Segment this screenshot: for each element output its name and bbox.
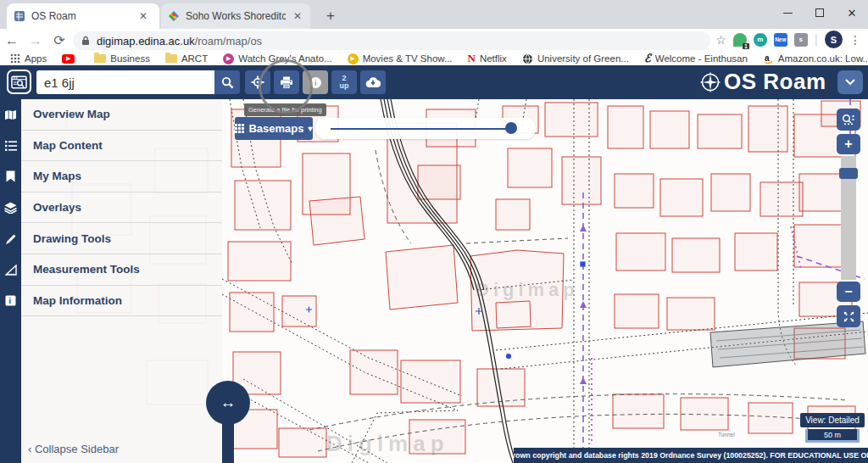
reload-button[interactable]: ⟳ <box>47 32 71 48</box>
bookmark-greys-anatomy[interactable]: ▶Watch Grey's Anato... <box>223 53 331 64</box>
map-content-icon[interactable] <box>0 131 21 162</box>
map-watermark: Digimap <box>326 431 449 456</box>
extension-m-icon[interactable]: m <box>754 33 767 47</box>
extension-new-icon[interactable]: New <box>774 33 787 47</box>
address-bar[interactable]: digimap.edina.ac.uk/roam/map/os <box>73 31 710 50</box>
url-domain: digimap.edina.ac.uk <box>97 35 195 47</box>
transparency-slider[interactable] <box>315 118 536 139</box>
tab-close-icon[interactable]: ✕ <box>292 10 303 22</box>
bookmark-label: Watch Grey's Anato... <box>238 53 331 64</box>
search-button[interactable] <box>214 70 240 94</box>
sidebar-item-overview-map[interactable]: Overview Map <box>21 99 222 131</box>
search-icon <box>221 76 234 89</box>
svg-text:i: i <box>314 79 317 87</box>
full-extent-button[interactable] <box>837 305 860 327</box>
zoom-options-button[interactable] <box>837 109 860 131</box>
drawing-tools-icon[interactable] <box>0 223 21 254</box>
sidebar-item-my-maps[interactable]: My Maps <box>21 161 222 192</box>
bookmark-university[interactable]: University of Green... <box>522 53 629 64</box>
bookmark-label: Apps <box>25 53 47 64</box>
sidebar-item-drawing-tools[interactable]: Drawing Tools <box>21 223 222 254</box>
bookmark-movies-tv[interactable]: ▶Movies & TV Show... <box>348 53 453 64</box>
map-tunnel-label: Tunnel <box>718 432 735 438</box>
profile-avatar[interactable]: S <box>825 31 843 48</box>
download-button[interactable] <box>360 70 386 94</box>
header-menu-button[interactable] <box>837 70 863 94</box>
extension-badge: 1 <box>743 43 749 49</box>
bookmark-youtube[interactable]: ▶ <box>62 54 79 64</box>
window-maximize-button[interactable] <box>804 0 836 25</box>
zoom-in-button[interactable]: + <box>837 134 860 154</box>
app-title: OS Roam <box>724 69 826 95</box>
apps-grid-icon <box>10 53 20 64</box>
tab-soho-works[interactable]: Soho Works Shoreditch - Google ✕ <box>161 3 310 29</box>
extension-s-icon[interactable]: s <box>794 33 808 47</box>
two-up-button[interactable]: 2up <box>331 70 357 94</box>
window-minimize-button[interactable] <box>771 0 804 25</box>
bookmark-netflix[interactable]: NNetflix <box>468 52 507 65</box>
bookmark-business[interactable]: Business <box>94 53 150 64</box>
resize-arrows-icon: ↔ <box>220 393 236 412</box>
svg-text:a: a <box>765 53 770 63</box>
bookmark-label: Netflix <box>480 53 507 64</box>
slider-knob[interactable] <box>505 122 517 134</box>
tab-title: Soho Works Shoreditch - Google <box>186 10 286 22</box>
bookmark-einthusan[interactable]: ℰWelcome - Einthusan <box>644 52 748 65</box>
map-information-icon[interactable]: i <box>0 286 21 317</box>
tab-close-icon[interactable]: ✕ <box>137 10 149 22</box>
my-maps-icon[interactable] <box>0 161 21 192</box>
bookmark-apps[interactable]: Apps <box>10 53 47 64</box>
lock-icon <box>81 36 90 46</box>
bookmark-label: University of Green... <box>537 53 629 64</box>
search-places-icon[interactable] <box>7 70 31 94</box>
toolbar-right-cluster: ☆ 1 m New s | S ⋮ <box>715 31 861 48</box>
tab-title: OS Roam <box>31 10 131 22</box>
folder-icon <box>94 54 106 63</box>
search-input[interactable] <box>36 70 214 94</box>
sidebar-panel: Overview Map Map Content My Maps Overlay… <box>21 99 222 463</box>
extension-green-icon[interactable]: 1 <box>733 33 747 47</box>
basemaps-button[interactable]: Basemaps ▾ <box>235 117 313 140</box>
tab-os-roam[interactable]: OS Roam ✕ <box>7 3 159 29</box>
sidebar-item-map-content[interactable]: Map Content <box>21 131 222 162</box>
bookmarks-bar: Apps ▶ Business ARCT ▶Watch Grey's Anato… <box>0 52 868 66</box>
new-tab-button[interactable]: + <box>320 7 341 25</box>
zoom-out-button[interactable]: − <box>837 282 860 302</box>
measurement-tools-icon[interactable] <box>0 254 21 286</box>
window-close-button[interactable]: ✕ <box>836 0 868 25</box>
map-attribution: © Crown copyright and database rights 20… <box>514 448 868 463</box>
collapse-sidebar-button[interactable]: ‹ Collapse Sidebar <box>28 443 119 455</box>
printer-icon <box>280 76 293 89</box>
print-button[interactable] <box>274 70 299 94</box>
sidebar-item-label: Overlays <box>33 201 81 214</box>
sidebar-resize-handle[interactable]: ↔ <box>206 381 250 425</box>
bookmark-label: Welcome - Einthusan <box>655 53 748 64</box>
info-button[interactable]: i <box>303 70 328 94</box>
chrome-menu-icon[interactable]: ⋮ <box>849 33 861 47</box>
bookmark-label: Amazon.co.uk: Low... <box>778 53 868 64</box>
collapse-sidebar-label: Collapse Sidebar <box>35 443 119 455</box>
overlays-icon[interactable] <box>0 192 21 224</box>
forward-button[interactable]: → <box>24 33 47 48</box>
bookmark-amazon[interactable]: a Amazon.co.uk: Low... <box>763 53 868 64</box>
sidebar-item-measurement-tools[interactable]: Measurement Tools <box>21 254 222 286</box>
einthusan-icon: ℰ <box>644 52 651 65</box>
sidebar-item-label: Drawing Tools <box>33 232 111 245</box>
zoom-slider-handle[interactable] <box>839 168 858 179</box>
locate-button[interactable] <box>245 70 270 94</box>
sidebar-item-label: Map Content <box>33 139 103 152</box>
bookmark-label: Business <box>110 53 150 64</box>
print-tooltip: Generate a file for printing <box>244 103 326 116</box>
netflix-icon: N <box>468 52 476 65</box>
sidebar-item-overlays[interactable]: Overlays <box>21 192 222 224</box>
bookmark-label: Movies & TV Show... <box>363 53 453 64</box>
divider: | <box>815 32 818 47</box>
bookmark-star-icon[interactable]: ☆ <box>715 33 726 47</box>
browser-tab-strip: OS Roam ✕ Soho Works Shoreditch - Google… <box>0 0 868 29</box>
back-button[interactable]: ← <box>0 33 24 48</box>
play-circle-icon: ▶ <box>348 53 359 64</box>
bookmark-arct[interactable]: ARCT <box>165 53 208 64</box>
overview-map-icon[interactable] <box>0 99 21 131</box>
sidebar-item-map-information[interactable]: Map Information <box>21 286 222 317</box>
google-maps-favicon <box>168 10 180 22</box>
